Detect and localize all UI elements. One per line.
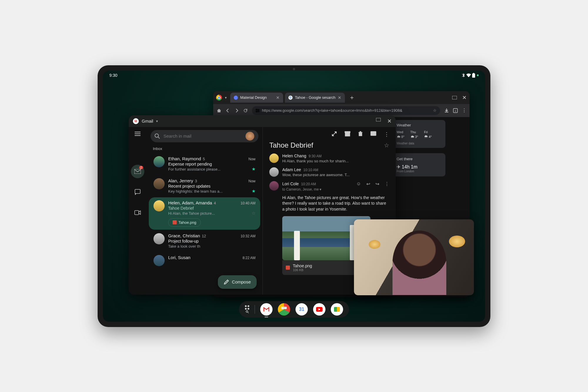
svg-rect-14	[135, 135, 141, 136]
svg-rect-13	[135, 134, 141, 134]
taskbar-app-youtube[interactable]	[313, 303, 325, 316]
screen: 9:30 ▾ Material Design ✕ G Tahoe	[103, 71, 485, 322]
tabs-count-icon[interactable]: 1	[453, 108, 458, 113]
plane-icon: ✈	[397, 164, 400, 169]
mail-unread-icon[interactable]	[370, 131, 376, 138]
mail-badge: 2	[139, 166, 143, 169]
search-input[interactable]	[163, 134, 242, 139]
svg-point-6	[256, 109, 257, 110]
maximize-icon[interactable]	[452, 96, 457, 99]
tab-title: Tahoe - Google sesarch	[295, 95, 335, 100]
lamp-icon	[369, 240, 380, 249]
chevron-down-icon[interactable]: ▾	[225, 96, 227, 100]
tablet-frame: 9:30 ▾ Material Design ✕ G Tahoe	[98, 65, 490, 327]
star-icon[interactable]: ★	[252, 166, 255, 172]
status-bar: 9:30	[109, 73, 479, 78]
svg-point-7	[258, 110, 259, 111]
more-icon[interactable]: ⋮	[462, 108, 466, 113]
taskbar-app-gmail[interactable]	[260, 303, 273, 316]
thread-item[interactable]: Ethan, Raymond5Now Expense report pendin…	[149, 153, 260, 175]
sidebar-mail[interactable]: 2	[131, 165, 144, 178]
svg-rect-11	[376, 118, 381, 121]
back-icon[interactable]	[225, 108, 230, 113]
download-icon[interactable]	[444, 108, 449, 113]
url-bar[interactable]: https://www.google.com/search?q=lake+tah…	[252, 106, 440, 115]
material-favicon-icon	[234, 96, 238, 100]
svg-rect-0	[472, 74, 475, 78]
thread-item[interactable]: Grace, Christian1210:32 AM Project follo…	[149, 230, 260, 251]
app-drawer-button[interactable]	[245, 305, 249, 313]
weather-card[interactable]: Weather Wed 🌧 8° Thu 🌧 3° Fri 🌨 4°	[392, 120, 445, 148]
compose-button[interactable]: Compose	[218, 275, 257, 289]
archive-icon[interactable]	[345, 131, 350, 138]
thread-item[interactable]: Lori, Susan8:22 AM	[149, 252, 260, 269]
weather-day: Wed 🌧 8°	[397, 130, 405, 139]
taskbar-app-chrome[interactable]	[278, 303, 290, 316]
star-icon[interactable]: ☆	[433, 108, 437, 113]
taskbar-app-calendar[interactable]: 31	[295, 303, 308, 316]
home-icon[interactable]	[217, 108, 221, 113]
bluetooth-icon	[462, 73, 465, 77]
svg-point-8	[256, 111, 257, 112]
weather-day: Thu 🌧 3°	[410, 130, 418, 139]
emoji-icon[interactable]: ☺	[356, 181, 361, 187]
more-icon[interactable]: ⋮	[384, 131, 389, 138]
delete-icon[interactable]	[358, 131, 363, 138]
weather-day: Fri 🌨 4°	[424, 130, 432, 139]
avatar	[269, 154, 279, 163]
svg-rect-17	[135, 211, 139, 215]
chevron-down-icon[interactable]: ▾	[320, 187, 321, 191]
chrome-tabstrip: ▾ Material Design ✕ G Tahoe - Google ses…	[213, 91, 470, 104]
expand-icon[interactable]	[332, 131, 337, 138]
forward-icon[interactable]: ↪	[375, 181, 379, 187]
close-window-icon[interactable]: ✕	[462, 94, 467, 101]
new-tab-button[interactable]: ＋	[349, 94, 355, 101]
close-icon[interactable]: ✕	[338, 95, 341, 100]
tab-title: Material Design	[240, 95, 267, 100]
travel-card[interactable]: Get there ✈ 14h 1m From London	[392, 153, 445, 176]
reply-icon[interactable]: ↩	[366, 181, 370, 187]
avatar	[153, 156, 165, 167]
collapsed-message[interactable]: Adam Lee10:10 AM Wow, these picturese ar…	[269, 167, 389, 177]
taskbar-app-meet[interactable]	[331, 303, 343, 316]
star-icon[interactable]: ☆	[384, 142, 389, 149]
avatar	[153, 255, 165, 266]
chevron-down-icon[interactable]: ▾	[156, 119, 158, 123]
collapsed-message[interactable]: Helen Chang9:30 AM Hi Alan, thank you so…	[269, 154, 389, 163]
forward-icon[interactable]	[234, 108, 239, 113]
avatar	[153, 178, 165, 189]
site-settings-icon[interactable]	[255, 109, 260, 113]
menu-icon[interactable]	[135, 132, 141, 136]
chrome-logo-icon[interactable]	[216, 95, 222, 101]
more-icon[interactable]: ⋮	[385, 181, 389, 187]
star-icon[interactable]: ★	[252, 189, 255, 194]
maximize-icon[interactable]	[376, 118, 381, 121]
gmail-logo-icon: M	[133, 118, 139, 124]
thread-item[interactable]: Alan, Jerrery3Now Recent project updates…	[149, 175, 260, 197]
sidebar-chat[interactable]	[131, 185, 144, 199]
search-bar[interactable]	[151, 130, 258, 142]
snow-icon: 🌨	[424, 134, 428, 139]
message-body: Hi Alan, the Tahoe pictures are great. H…	[282, 195, 389, 212]
thread-item-selected[interactable]: Helen, Adam, Amanda410:40 AM Tahoe Debri…	[149, 197, 260, 230]
star-icon[interactable]: ☆	[252, 211, 255, 216]
wifi-icon	[466, 74, 471, 77]
google-favicon-icon: G	[288, 96, 293, 100]
search-icon	[246, 310, 249, 313]
travel-from: From London	[397, 170, 441, 173]
avatar	[269, 181, 279, 191]
avatar	[269, 167, 279, 177]
tab-material-design[interactable]: Material Design ✕	[230, 93, 283, 103]
close-window-icon[interactable]: ✕	[387, 118, 392, 124]
tab-tahoe-search[interactable]: G Tahoe - Google sesarch ✕	[285, 93, 345, 103]
status-time: 9:30	[109, 73, 117, 78]
refresh-icon[interactable]	[243, 108, 248, 113]
gmail-titlebar: M Gmail ▾ ✕	[129, 115, 396, 127]
video-call-pip[interactable]	[354, 219, 474, 295]
sidebar-meet[interactable]	[131, 206, 144, 219]
avatar	[153, 233, 165, 244]
weather-footer: Weather data	[397, 142, 441, 145]
close-icon[interactable]: ✕	[276, 95, 280, 100]
profile-avatar[interactable]	[245, 132, 254, 141]
attachment-chip[interactable]: Tahoe.png	[168, 218, 201, 227]
